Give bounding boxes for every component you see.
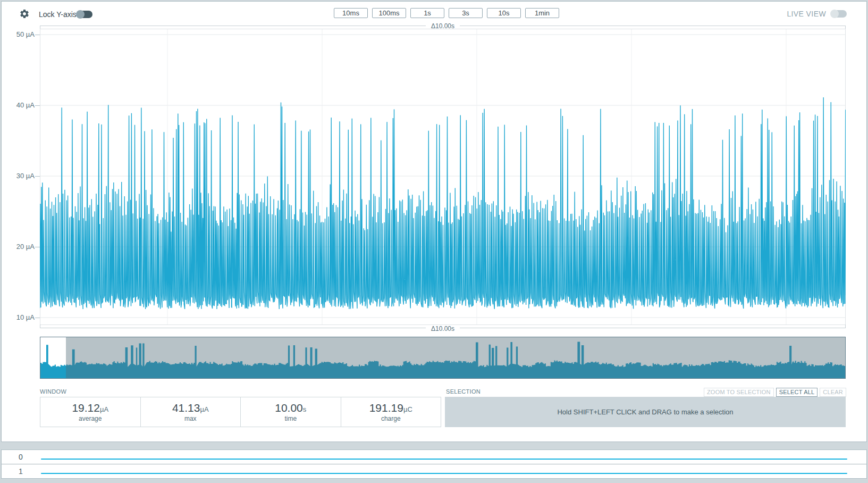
toggle-knob <box>830 10 839 18</box>
range-button-10s[interactable]: 10s <box>487 8 521 18</box>
y-axis-label-50: 50 µA <box>2 30 35 39</box>
digital-channel-label: 0 <box>2 450 40 464</box>
y-axis-label-10: 10 µA <box>2 313 35 322</box>
zoom-to-selection-button[interactable]: ZOOM TO SELECTION <box>704 388 774 397</box>
stat-max: 41.13µA max <box>141 397 241 427</box>
stat-value: 10.00 <box>275 402 303 414</box>
y-axis-tick <box>35 176 40 177</box>
y-axis-tick <box>35 105 40 106</box>
main-panel: Lock Y-axis 10ms 100ms 1s 3s 10s 1min LI… <box>1 1 867 442</box>
live-view-group: LIVE VIEW <box>787 10 847 18</box>
time-range-group: 10ms 100ms 1s 3s 10s 1min <box>334 8 559 18</box>
stat-label: time <box>284 415 297 422</box>
digital-channel-1-trace <box>41 473 847 474</box>
range-button-1min[interactable]: 1min <box>525 8 559 18</box>
settings-gear-icon[interactable] <box>19 9 30 19</box>
lock-y-axis-label: Lock Y-axis <box>39 10 77 19</box>
stat-label: max <box>184 415 197 422</box>
selection-stats-box: Hold SHIFT+LEFT CLICK and DRAG to make a… <box>445 397 846 427</box>
range-button-100ms[interactable]: 100ms <box>372 8 406 18</box>
window-span-label: Δ10.00s <box>426 325 460 332</box>
stat-unit: µC <box>403 405 412 413</box>
stat-time: 10.00s time <box>241 397 341 427</box>
window-stats-cards: 19.12µA average 41.13µA max 10.00s time … <box>40 397 441 427</box>
ruler-endcap <box>40 324 40 328</box>
selection-section-title: SELECTION <box>446 388 481 395</box>
recording-minimap[interactable] <box>40 337 846 379</box>
stat-value: 191.19 <box>369 402 403 414</box>
stat-unit: µA <box>200 405 208 413</box>
window-section-title: WINDOW <box>40 388 66 395</box>
digital-channel-label: 1 <box>2 464 40 478</box>
stat-value: 41.13 <box>172 402 200 414</box>
select-all-button[interactable]: SELECT ALL <box>776 388 818 397</box>
selection-actions: ZOOM TO SELECTION SELECT ALL CLEAR <box>704 388 846 397</box>
digital-channel-row-0[interactable]: 0 <box>2 450 866 464</box>
stat-value: 19.12 <box>72 402 100 414</box>
stat-label: average <box>79 415 102 422</box>
y-axis-label-40: 40 µA <box>2 101 35 110</box>
stat-unit: µA <box>100 405 108 413</box>
y-axis-tick <box>35 247 40 247</box>
range-button-1s[interactable]: 1s <box>410 8 444 18</box>
live-view-label: LIVE VIEW <box>787 10 826 18</box>
selection-hint-text: Hold SHIFT+LEFT CLICK and DRAG to make a… <box>557 408 733 416</box>
clear-selection-button[interactable]: CLEAR <box>820 388 846 397</box>
ruler-endcap <box>845 324 846 328</box>
live-view-toggle[interactable] <box>831 10 847 18</box>
stat-unit: s <box>303 405 307 413</box>
minimap-unselected-overlay <box>66 337 845 378</box>
range-button-10ms[interactable]: 10ms <box>334 8 368 18</box>
stat-average: 19.12µA average <box>40 397 141 427</box>
current-chart[interactable] <box>40 29 846 325</box>
toggle-knob <box>76 10 85 19</box>
y-axis-tick <box>35 318 40 318</box>
digital-channels-panel: 0 1 <box>1 449 867 479</box>
y-axis-label-30: 30 µA <box>2 171 35 181</box>
digital-channel-row-1[interactable]: 1 <box>2 464 866 478</box>
y-axis-label-20: 20 µA <box>2 242 35 252</box>
window-span-ruler-bottom: Δ10.00s <box>40 324 846 331</box>
power-profiler-app: Lock Y-axis 10ms 100ms 1s 3s 10s 1min LI… <box>0 0 868 483</box>
stat-label: charge <box>381 415 401 422</box>
range-button-3s[interactable]: 3s <box>449 8 483 18</box>
digital-channel-0-trace <box>41 459 847 460</box>
lock-y-axis-toggle[interactable] <box>77 11 92 18</box>
y-axis-tick <box>35 35 40 35</box>
stat-charge: 191.19µC charge <box>341 397 441 427</box>
